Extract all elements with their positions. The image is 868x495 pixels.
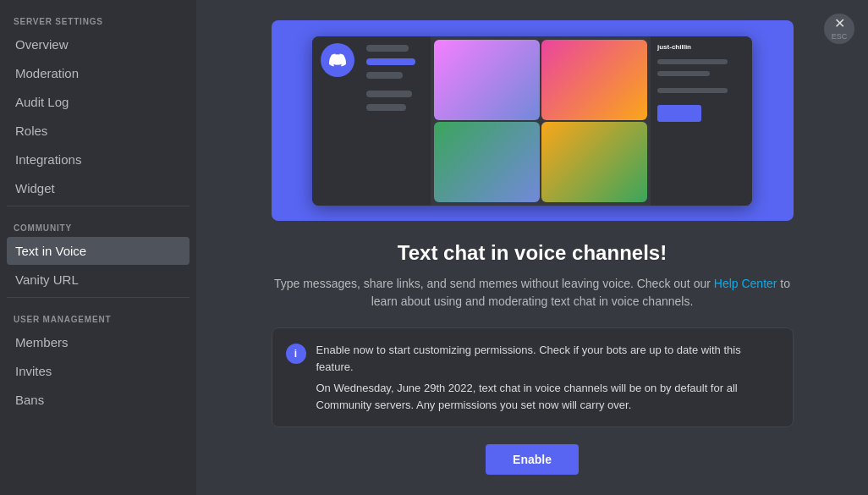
sidebar: SERVER SETTINGS Overview Moderation Audi… — [0, 0, 196, 495]
mock-video-tile — [434, 40, 540, 120]
info-text: Enable now to start customizing permissi… — [316, 342, 779, 413]
mock-right-panel: just-chillin — [651, 36, 752, 206]
description-text-part1: Type messages, share links, and send mem… — [274, 277, 711, 290]
server-settings-section-label: SERVER SETTINGS — [7, 14, 190, 30]
discord-mock: just-chillin — [312, 36, 752, 206]
close-icon: ✕ — [834, 17, 845, 30]
sidebar-item-invites[interactable]: Invites — [7, 357, 190, 385]
mock-video-tile — [541, 122, 647, 202]
mock-channel-list — [363, 36, 431, 206]
page-description: Type messages, share links, and send mem… — [270, 275, 794, 311]
sidebar-item-moderation[interactable]: Moderation — [7, 59, 190, 87]
user-management-section-label: USER MANAGEMENT — [7, 301, 190, 327]
sidebar-item-integrations[interactable]: Integrations — [7, 146, 190, 173]
mock-video-tile — [541, 40, 647, 120]
sidebar-item-label: Integrations — [15, 152, 81, 167]
main-content: ✕ ESC — [196, 0, 868, 495]
hero-image: just-chillin — [272, 20, 794, 221]
page-title: Text chat in voice channels! — [398, 241, 667, 265]
mock-channel-bar — [366, 58, 415, 65]
mock-discord-icon — [321, 43, 354, 77]
mock-username: just-chillin — [657, 43, 745, 51]
mock-channel-bar — [366, 45, 409, 52]
mock-channel-bar — [366, 91, 412, 97]
sidebar-item-label: Members — [15, 335, 69, 349]
mock-bar — [657, 59, 728, 64]
info-icon: i — [286, 344, 306, 364]
mock-video-tile — [434, 122, 540, 202]
info-box: i Enable now to start customizing permis… — [272, 327, 794, 427]
sidebar-item-label: Invites — [15, 364, 52, 378]
community-section-label: COMMUNITY — [7, 210, 190, 236]
sidebar-item-members[interactable]: Members — [7, 328, 190, 356]
mock-bar — [657, 105, 701, 122]
mock-channel-bar — [366, 72, 403, 79]
sidebar-item-label: Vanity URL — [15, 272, 79, 287]
sidebar-item-overview[interactable]: Overview — [7, 30, 190, 58]
mock-video-grid — [431, 36, 651, 206]
esc-label: ESC — [832, 32, 848, 41]
mock-channel-bar — [366, 104, 406, 111]
sidebar-item-widget[interactable]: Widget — [7, 174, 190, 202]
sidebar-item-audit-log[interactable]: Audit Log — [7, 88, 190, 116]
sidebar-item-label: Overview — [15, 37, 69, 52]
sidebar-item-label: Audit Log — [15, 95, 69, 109]
sidebar-item-label: Widget — [15, 181, 55, 195]
sidebar-item-label: Text in Voice — [15, 244, 86, 258]
info-line-1: Enable now to start customizing permissi… — [316, 342, 779, 375]
mock-bar — [657, 88, 728, 93]
mock-bar — [657, 71, 710, 76]
close-button[interactable]: ✕ ESC — [824, 14, 854, 44]
sidebar-item-label: Roles — [15, 124, 47, 138]
sidebar-item-label: Moderation — [15, 66, 79, 80]
sidebar-item-roles[interactable]: Roles — [7, 117, 190, 145]
enable-button[interactable]: Enable — [486, 444, 579, 475]
sidebar-item-vanity-url[interactable]: Vanity URL — [7, 266, 190, 294]
help-center-link[interactable]: Help Center — [714, 277, 777, 290]
mock-sidebar — [312, 36, 363, 206]
sidebar-item-bans[interactable]: Bans — [7, 386, 190, 414]
info-line-2: On Wednesday, June 29th 2022, text chat … — [316, 380, 779, 413]
sidebar-item-text-in-voice[interactable]: Text in Voice — [7, 237, 190, 265]
sidebar-item-label: Bans — [15, 393, 44, 407]
